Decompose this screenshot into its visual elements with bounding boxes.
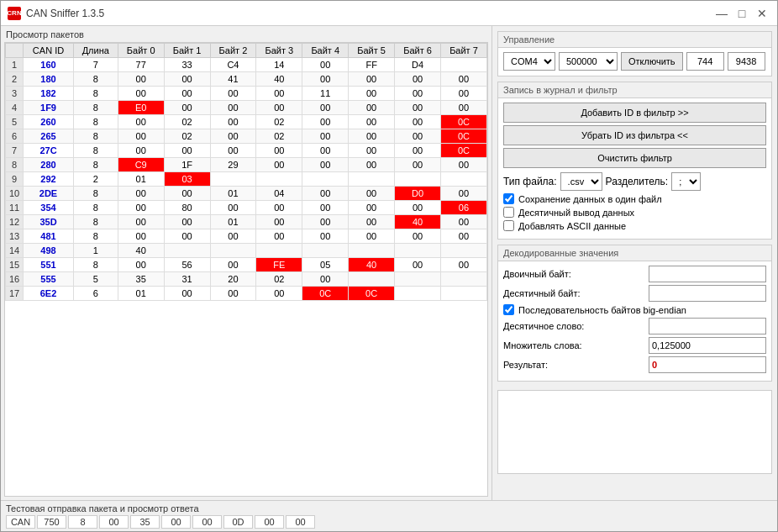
table-cell: 555 xyxy=(24,272,74,287)
table-cell: 2DE xyxy=(24,187,74,201)
col-byte4: Байт 4 xyxy=(302,44,349,58)
table-row[interactable]: 62658000200020000000C xyxy=(6,129,487,144)
right-panel: Управление COM4 500000 Отключить Запись … xyxy=(492,26,777,500)
save-single-checkbox[interactable] xyxy=(503,193,514,204)
result-input[interactable] xyxy=(649,356,766,373)
col-byte3: Байт 3 xyxy=(256,44,302,58)
table-cell: 00 xyxy=(118,229,164,244)
table-row[interactable]: 102DE8000001040000D000 xyxy=(6,187,487,201)
table-cell: 00 xyxy=(256,144,302,158)
section-label-packets: Просмотр пакетов xyxy=(4,29,488,40)
table-cell xyxy=(302,244,349,258)
table-row[interactable]: 82808C91F290000000000 xyxy=(6,158,487,172)
decimal-word-row: Десятичное слово: xyxy=(503,318,766,334)
table-cell: 00 xyxy=(440,101,486,115)
delimiter-select[interactable]: ; xyxy=(671,172,701,191)
table-cell: 8 xyxy=(73,87,118,101)
maximize-button[interactable]: □ xyxy=(733,5,750,22)
table-cell: 80 xyxy=(164,201,210,215)
table-cell xyxy=(210,172,256,187)
table-cell: 00 xyxy=(395,115,441,129)
table-cell: 33 xyxy=(164,58,210,72)
app-icon: CRN xyxy=(8,7,21,20)
table-row[interactable]: 14498140 xyxy=(6,244,487,258)
log-textarea[interactable] xyxy=(498,391,771,473)
multiplier-input[interactable] xyxy=(649,337,766,354)
table-cell xyxy=(440,272,486,287)
table-cell: 29 xyxy=(210,158,256,172)
table-cell: FE xyxy=(256,258,302,272)
table-row[interactable]: 1655553531200200 xyxy=(6,272,487,287)
decimal-byte-input[interactable] xyxy=(649,285,766,302)
binary-byte-input[interactable] xyxy=(649,266,766,282)
bottom-bar: Тестовая отправка пакета и просмотр отве… xyxy=(1,500,777,531)
table-row[interactable]: 218080000414000000000 xyxy=(6,72,487,87)
baud-rate-select[interactable]: 500000 xyxy=(559,52,618,71)
big-endian-checkbox[interactable] xyxy=(503,304,514,315)
table-cell: 8 xyxy=(73,229,118,244)
add-ascii-checkbox[interactable] xyxy=(503,220,514,231)
table-cell: 0C xyxy=(302,287,349,301)
table-row[interactable]: 41F98E000000000000000 xyxy=(6,101,487,115)
table-cell: 20 xyxy=(210,272,256,287)
table-cell: 12 xyxy=(6,215,24,229)
table-cell: D4 xyxy=(395,58,441,72)
col-byte5: Байт 5 xyxy=(349,44,395,58)
table-row[interactable]: 318280000000011000000 xyxy=(6,87,487,101)
table-cell: 13 xyxy=(6,229,24,244)
decimal-output-checkbox[interactable] xyxy=(503,207,514,218)
table-row[interactable]: 1348180000000000000000 xyxy=(6,229,487,244)
disconnect-button[interactable]: Отключить xyxy=(621,52,683,71)
decimal-output-label: Десятичный вывод данных xyxy=(518,208,634,218)
table-cell: 8 xyxy=(73,187,118,201)
col-num xyxy=(6,44,24,58)
table-cell: 00 xyxy=(349,72,395,87)
table-cell: 00 xyxy=(118,201,164,215)
table-cell: 00 xyxy=(349,87,395,101)
decimal-byte-row: Десятичный байт: xyxy=(503,285,766,302)
decoded-section: Декодированные значения Двоичный байт: Д… xyxy=(497,245,772,382)
table-cell: 11 xyxy=(302,87,349,101)
val2-input[interactable] xyxy=(728,52,765,71)
table-row[interactable]: 1235D80000010000004000 xyxy=(6,215,487,229)
packets-table-container[interactable]: CAN ID Длина Байт 0 Байт 1 Байт 2 Байт 3… xyxy=(4,42,488,497)
control-row: COM4 500000 Отключить xyxy=(503,52,766,71)
table-row[interactable]: 155518005600FE05400000 xyxy=(6,258,487,272)
table-row[interactable]: 727C8000000000000000C xyxy=(6,144,487,158)
file-type-label: Тип файла: xyxy=(503,176,557,187)
table-row[interactable]: 116077733C41400FFD4 xyxy=(6,58,487,72)
table-cell: FF xyxy=(349,58,395,72)
file-type-row: Тип файла: .csv Разделитель: ; xyxy=(503,172,766,191)
decimal-output-row: Десятичный вывод данных xyxy=(503,207,766,218)
val1-input[interactable] xyxy=(686,52,724,71)
table-cell: 00 xyxy=(349,158,395,172)
table-cell: 0C xyxy=(440,144,486,158)
save-single-row: Сохранение данных в один файл xyxy=(503,193,766,204)
table-cell: 00 xyxy=(395,229,441,244)
table-row[interactable]: 1135480080000000000006 xyxy=(6,201,487,215)
com-port-select[interactable]: COM4 xyxy=(503,52,555,71)
table-cell: 14 xyxy=(256,58,302,72)
bottom-cell-2: 00 xyxy=(99,515,129,529)
clear-filter-button[interactable]: Очистить фильтр xyxy=(503,148,766,168)
close-button[interactable]: ✕ xyxy=(754,5,770,22)
table-cell: 00 xyxy=(118,215,164,229)
binary-byte-label: Двоичный байт: xyxy=(503,269,571,279)
file-type-select[interactable]: .csv xyxy=(560,172,602,191)
log-area-box xyxy=(497,390,772,474)
table-row[interactable]: 929220103 xyxy=(6,172,487,187)
table-cell: 00 xyxy=(118,72,164,87)
bottom-cell-7: 00 xyxy=(255,515,284,529)
table-row[interactable]: 52608000200020000000C xyxy=(6,115,487,129)
table-cell: 00 xyxy=(256,101,302,115)
save-single-label: Сохранение данных в один файл xyxy=(518,194,662,204)
table-cell: 8 xyxy=(73,72,118,87)
minimize-button[interactable]: — xyxy=(713,5,730,22)
table-cell: 00 xyxy=(440,87,486,101)
table-cell: 40 xyxy=(118,244,164,258)
decimal-word-input[interactable] xyxy=(649,318,766,334)
remove-id-button[interactable]: Убрать ID из фильтра << xyxy=(503,125,766,145)
add-id-button[interactable]: Добавить ID в фильтр >> xyxy=(503,103,766,123)
table-row[interactable]: 176E26010000000C0C xyxy=(6,287,487,301)
table-cell: 0C xyxy=(349,287,395,301)
